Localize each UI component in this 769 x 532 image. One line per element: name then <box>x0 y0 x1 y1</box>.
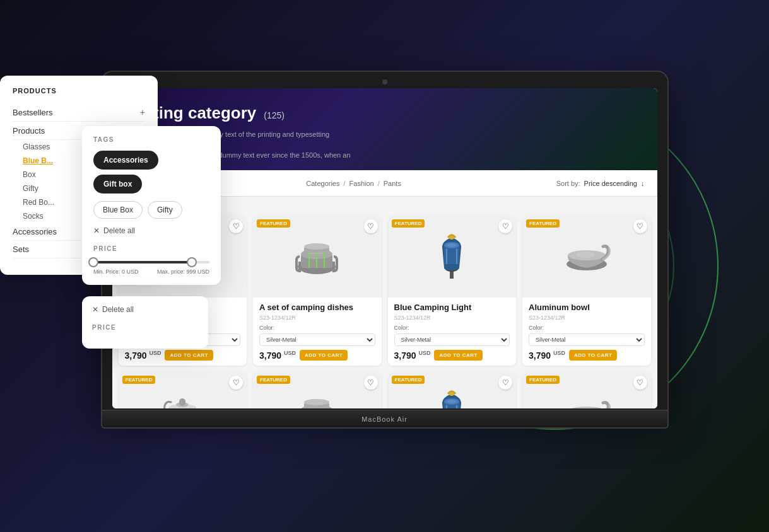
svg-point-21 <box>449 236 454 240</box>
product-card: Featured ♡ Aluminum bowl S23-1234/12R Co… <box>522 216 651 366</box>
wishlist-button[interactable]: ♡ <box>633 219 647 233</box>
header-count: (125) <box>264 110 285 120</box>
product-price: 3,790 USD <box>259 350 296 361</box>
wishlist-button[interactable]: ♡ <box>364 376 378 390</box>
product-sku: S23-1234/12R <box>529 315 645 321</box>
product-sku: S23-1234/12R <box>394 315 510 321</box>
delete-all-button[interactable]: ✕ Delete all <box>93 226 209 235</box>
price-popup-delete-label: Delete all <box>102 305 134 314</box>
breadcrumb-categories[interactable]: Categories <box>306 180 339 187</box>
color-label: Color: <box>394 325 510 331</box>
card-image-area: Featured ♡ <box>522 216 651 298</box>
product-image <box>561 234 612 279</box>
product-card: Featured ♡ Blue Camping Light S23-1234/1… <box>388 216 517 366</box>
featured-badge: Featured <box>526 219 560 228</box>
tags-popup-title: TAGS <box>93 136 209 143</box>
price-row: 3,790 USD ADD TO CART <box>394 350 510 361</box>
tags-outline-row: Blue Box Gifty <box>93 201 209 219</box>
featured-badge: Featured <box>526 376 560 384</box>
price-min-label: Min. Price: 0 USD <box>93 269 139 275</box>
product-price: 3,790 USD <box>394 350 431 361</box>
product-image <box>292 391 343 408</box>
scene: Listing category (125) Lorem Ipsum is si… <box>0 0 769 532</box>
sidebar-label-sets: Sets <box>13 245 29 254</box>
svg-point-24 <box>576 252 595 258</box>
breadcrumb-fashion[interactable]: Fashion <box>349 180 374 187</box>
add-to-cart-button[interactable]: ADD TO CART <box>569 350 617 361</box>
tag-accessories[interactable]: Accessories <box>93 151 158 170</box>
breadcrumb-pants[interactable]: Pants <box>384 180 401 187</box>
plus-icon: + <box>140 107 145 117</box>
tag-gifty[interactable]: Gifty <box>148 201 182 219</box>
tag-blue-box[interactable]: Blue Box <box>93 201 143 219</box>
breadcrumb-sep-2: / <box>378 180 380 187</box>
sort-icon[interactable]: ↓ <box>641 180 645 187</box>
product-image <box>157 391 208 408</box>
header-title-row: Listing category (125) <box>130 103 640 123</box>
color-select[interactable]: Silver-Metal <box>529 333 645 346</box>
featured-badge: Featured <box>122 376 156 384</box>
tags-popup: TAGS Accessories Gift box Blue Box Gifty… <box>82 126 221 285</box>
close-icon-2: ✕ <box>92 305 98 314</box>
price-popup: ✕ Delete all PRICE <box>82 296 208 349</box>
product-card: Featured ♡ Aluminum bowl S23-1234/12R Co… <box>522 372 651 408</box>
wishlist-button[interactable]: ♡ <box>633 376 647 390</box>
svg-point-37 <box>304 399 329 405</box>
product-name: A set of camping dishes <box>259 303 375 313</box>
add-to-cart-button[interactable]: ADD TO CART <box>300 350 348 361</box>
product-image <box>292 234 343 279</box>
add-to-cart-button[interactable]: ADD TO CART <box>165 350 213 361</box>
slider-thumb-left[interactable] <box>88 257 98 267</box>
featured-badge: Featured <box>257 219 290 228</box>
product-image <box>426 391 477 408</box>
color-label: Color: <box>529 325 645 331</box>
featured-badge: Featured <box>257 376 290 384</box>
color-select[interactable]: Silver-Metal <box>259 333 375 346</box>
card-body: A set of camping dishes S23-1234/12R Col… <box>253 298 382 366</box>
price-max-label: Max. price: 999 USD <box>157 269 209 275</box>
add-to-cart-button[interactable]: ADD TO CART <box>434 350 482 361</box>
breadcrumb-sep-1: / <box>344 180 346 187</box>
svg-point-12 <box>304 243 329 250</box>
delete-all-label: Delete all <box>103 226 135 235</box>
price-slider-track <box>93 261 209 263</box>
color-select[interactable]: Silver-Metal <box>394 333 510 346</box>
product-image <box>426 234 477 279</box>
price-row: 3,790 USD ADD TO CART <box>125 350 241 361</box>
sidebar-title: PRODUCTS <box>13 87 145 95</box>
product-card: Featured ♡ A set of camping dishes S23-1… <box>253 372 382 408</box>
card-image-area: Featured ♡ <box>253 372 382 408</box>
wishlist-button[interactable]: ♡ <box>229 219 243 233</box>
product-sku: S23-1234/12R <box>259 315 375 321</box>
svg-rect-30 <box>179 398 185 406</box>
sidebar-item-bestsellers[interactable]: Bestsellers + <box>13 103 145 122</box>
wishlist-button[interactable]: ♡ <box>229 376 243 390</box>
tag-gift-box[interactable]: Gift box <box>93 175 142 194</box>
price-popup-delete-all[interactable]: ✕ Delete all <box>92 305 198 314</box>
breadcrumb: Categories / Fashion / Pants <box>306 180 401 187</box>
product-price: 3,790 USD <box>529 350 565 361</box>
sidebar-label-products: Products <box>13 126 45 136</box>
price-row: 3,790 USD ADD TO CART <box>529 350 645 361</box>
price-slider-fill <box>93 261 192 263</box>
wishlist-button[interactable]: ♡ <box>498 219 512 233</box>
wishlist-button[interactable]: ♡ <box>364 219 378 233</box>
slider-thumb-right[interactable] <box>187 257 197 267</box>
card-image-area: Featured ♡ <box>522 372 651 408</box>
laptop-camera <box>382 79 387 84</box>
product-price: 3,790 USD <box>125 350 161 361</box>
price-labels: Min. Price: 0 USD Max. price: 999 USD <box>93 269 209 275</box>
wishlist-button[interactable]: ♡ <box>498 376 512 390</box>
price-row: 3,790 USD ADD TO CART <box>259 350 375 361</box>
svg-point-20 <box>447 243 457 247</box>
svg-point-45 <box>447 400 457 403</box>
price-slider[interactable] <box>93 261 209 263</box>
sort-area: Sort by: Price descending ↓ <box>556 180 645 187</box>
close-icon: ✕ <box>93 226 100 235</box>
sort-value[interactable]: Price descending <box>584 180 637 187</box>
sidebar-label-bestsellers: Bestsellers <box>13 108 53 117</box>
tags-filled-row: Accessories Gift box <box>93 151 209 194</box>
svg-point-46 <box>449 392 454 396</box>
card-body: Aluminum bowl S23-1234/12R Color: Silver… <box>522 298 651 366</box>
card-image-area: Featured ♡ <box>119 372 247 408</box>
